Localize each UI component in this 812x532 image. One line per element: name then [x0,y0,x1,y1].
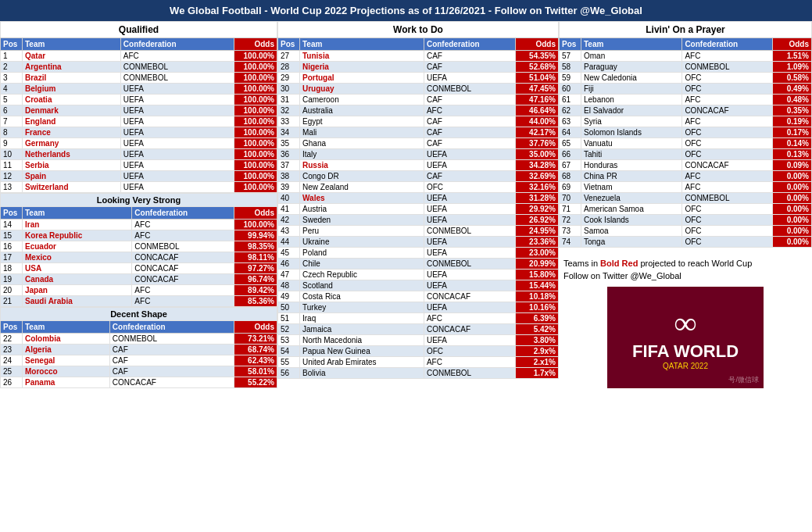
table-cell: 0.00% [773,215,812,226]
table-cell: UEFA [424,204,515,215]
qualified-title: Qualified [1,22,277,38]
table-cell: UEFA [120,182,234,193]
table-cell: 12 [1,171,23,182]
table-cell: OFC [424,182,515,193]
table-cell: Iraq [300,313,424,324]
table-cell: 6 [1,105,23,116]
table-cell: 1.7x% [516,368,559,379]
table-cell: Germany [23,138,121,149]
table-cell: 45 [278,248,300,259]
table-cell: 56 [278,368,300,379]
table-cell: Denmark [23,105,121,116]
table-cell: 61 [560,95,581,105]
table-cell: CONCACAF [682,105,773,116]
table-cell: 67 [560,160,581,171]
table-cell: CONMEBOL [424,84,515,95]
table-cell: Nigeria [300,62,424,73]
follow-line: Follow on Twitter @We_Global [563,271,807,280]
table-cell: AFC [682,116,773,127]
col-odds-w: Odds [516,38,559,51]
table-cell: Tahiti [581,149,682,160]
table-cell: 37.76% [516,138,559,149]
table-cell: 71 [560,204,581,215]
table-cell: Panama [23,377,110,388]
table-cell: Sweden [300,215,424,226]
col-team-ls: Team [23,207,132,220]
table-cell: Ecuador [23,241,132,252]
table-cell: UEFA [120,116,234,127]
table-cell: AFC [132,230,234,241]
table-cell: 54 [278,346,300,357]
table-cell: 0.00% [773,204,812,215]
table-cell: AFC [120,51,234,62]
table-cell: Czech Republic [300,270,424,280]
table-cell: Cameroon [300,95,424,105]
table-cell: Tunisia [300,51,424,62]
decent-shape-title: Decent Shape [1,308,277,321]
table-cell: Papua New Guinea [300,346,424,357]
col-team-q: Team [23,38,121,51]
table-cell: CAF [424,138,515,149]
col-team-w: Team [300,38,424,51]
table-cell: OFC [682,84,773,95]
table-cell: 42 [278,215,300,226]
table-cell: 72 [560,215,581,226]
table-cell: CONMEBOL [424,226,515,237]
table-cell: 0.48% [773,95,812,105]
table-cell: 19 [1,274,23,285]
table-cell: Serbia [23,160,121,171]
table-cell: UEFA [424,270,515,280]
table-cell: Syria [581,116,682,127]
table-cell: 20 [1,285,23,296]
table-cell: OFC [682,215,773,226]
table-cell: 99.94% [234,230,277,241]
table-cell: Qatar [23,51,121,62]
table-cell: 5 [1,95,23,105]
table-cell: CONCACAF [682,160,773,171]
table-cell: UEFA [424,149,515,160]
table-cell: 14 [1,220,23,230]
table-cell: Bolivia [300,368,424,379]
table-cell: 10.16% [516,302,559,313]
table-cell: 9 [1,138,23,149]
table-cell: Senegal [23,355,110,366]
table-cell: 39 [278,182,300,193]
table-cell: Turkey [300,302,424,313]
table-cell: 27 [278,51,300,62]
table-cell: Egypt [300,116,424,127]
table-cell: Chile [300,259,424,270]
table-cell: 1.51% [773,51,812,62]
table-cell: 62.43% [234,355,277,366]
table-cell: AFC [132,220,234,230]
table-cell: UEFA [424,73,515,84]
col-odds-l: Odds [773,38,812,51]
table-cell: Algeria [23,345,110,355]
top-banner: We Global Football - World Cup 2022 Proj… [0,0,812,21]
qualified-section: Qualified Pos Team Confederation Odds 1Q… [0,21,277,399]
col-conf-q: Confederation [120,38,234,51]
note-line: Teams in Bold Red projected to reach Wor… [563,259,807,268]
table-cell: 22 [1,334,23,345]
table-cell: 73 [560,226,581,237]
table-cell: El Salvador [581,105,682,116]
table-cell: AFC [424,105,515,116]
table-cell: Ukraine [300,237,424,248]
table-cell: United Arab Emirates [300,357,424,368]
table-cell: USA [23,263,132,274]
table-cell: CAF [424,171,515,182]
table-cell: CAF [424,62,515,73]
table-cell: UEFA [120,149,234,160]
table-cell: 24.95% [516,226,559,237]
table-cell: OFC [424,346,515,357]
table-cell: OFC [682,149,773,160]
table-cell: AFC [682,95,773,105]
table-cell: 51.04% [516,73,559,84]
table-cell: 38 [278,171,300,182]
table-cell: UEFA [424,237,515,248]
work-to-do-section: Work to Do Pos Team Confederation Odds 2… [277,21,559,399]
table-cell: 0.35% [773,105,812,116]
table-cell: 100.00% [234,105,277,116]
table-cell: Cook Islands [581,215,682,226]
table-cell: 1 [1,51,23,62]
table-cell: CONMEBOL [120,73,234,84]
